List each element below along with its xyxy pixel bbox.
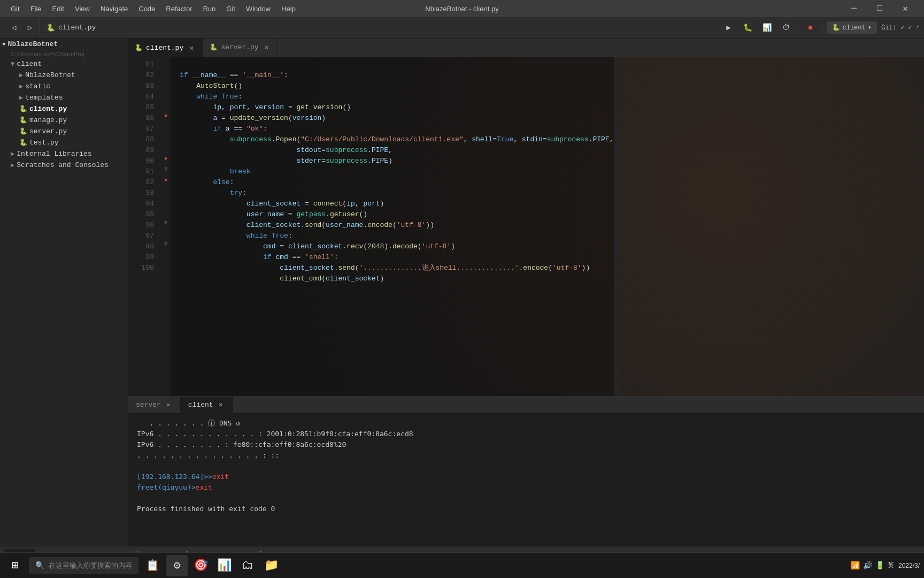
title-bar: Git File Edit View Navigate Code Refacto… — [0, 0, 924, 17]
sidebar-project-name: NblazeBotnet — [8, 40, 58, 48]
minimize-button[interactable]: ─ — [842, 0, 866, 17]
terminal-tab-server[interactable]: server ✕ — [128, 397, 181, 414]
menu-git2[interactable]: Git — [222, 3, 240, 15]
breadcrumb-path: client.py — [58, 24, 96, 32]
sidebar-label-static: static — [25, 82, 50, 90]
toolbar-forward-button[interactable]: ▷ — [22, 20, 37, 35]
tray-icons: 📶 🔊 🔋 英 — [851, 561, 894, 570]
terminal-line-blank2 — [137, 493, 915, 504]
terminal-server-label: server — [136, 401, 161, 409]
terminal-server-close[interactable]: ✕ — [164, 401, 173, 409]
menu-file[interactable]: File — [26, 3, 46, 15]
sidebar-label-templates: templates — [25, 94, 63, 102]
terminal-line-exit: Process finished with exit code 0 — [137, 504, 915, 514]
terminal-line-dns: . . . . . . . ⓘ DNS ↺ — [137, 418, 915, 429]
sidebar-item-scratches[interactable]: ▶ Scratches and Consoles — [0, 159, 128, 171]
menu-code[interactable]: Code — [134, 3, 159, 15]
menu-window[interactable]: Window — [242, 3, 275, 15]
window-controls: ─ □ ✕ — [842, 0, 918, 17]
sidebar: ▼ NblazeBotnet C:\Users\asus\PyCharmProj… — [0, 39, 128, 546]
sidebar-item-templates[interactable]: ▶ templates — [0, 92, 128, 103]
sidebar-label-manage-py: manage.py — [29, 116, 67, 124]
terminal-line-ipv6-1: IPv6 . . . . . . . . . . . . : 2001:0:28… — [137, 429, 915, 439]
tray-volume: 🔊 — [863, 561, 872, 570]
menu-run[interactable]: Run — [198, 3, 220, 15]
sidebar-item-internal-libraries[interactable]: ▶ Internal Libraries — [0, 148, 128, 159]
menu-git[interactable]: Git — [6, 3, 24, 15]
tray-lang: 英 — [888, 561, 894, 570]
toolbar: ◁ ▷ 🐍 client.py ▶ 🐛 📊 ⏱ ■ 🐍 client ▾ Git… — [0, 17, 924, 39]
window-title: NblazeBotnet - client.py — [425, 5, 498, 13]
tab-client-icon: 🐍 — [135, 44, 143, 52]
taskbar-app-pycharm[interactable]: ⚙ — [166, 555, 188, 576]
editor-area: 🐍 client.py ✕ 🐍 server.py ✕ 81 82 83 — [128, 39, 924, 546]
toolbar-run-button[interactable]: ▶ — [721, 20, 736, 35]
menu-edit[interactable]: Edit — [48, 3, 68, 15]
menu-refactor[interactable]: Refactor — [161, 3, 196, 15]
search-placeholder: 在这里输入你要搜索的内容 — [49, 561, 132, 571]
terminal-area: server ✕ client ✕ . . . . . . . ⓘ DNS ↺ … — [128, 396, 924, 546]
task-view-button[interactable]: 📋 — [142, 555, 163, 576]
taskbar-apps: ⚙ 🎯 📊 🗂 📁 — [166, 555, 282, 576]
taskbar-app-4[interactable]: 🗂 — [237, 555, 258, 576]
sidebar-item-test-py[interactable]: 🐍 test.py — [0, 137, 128, 148]
project-dropdown[interactable]: 🐍 client ▾ — [827, 21, 876, 34]
sidebar-label-scratches: Scratches and Consoles — [17, 161, 109, 169]
terminal-client-close[interactable]: ✕ — [217, 401, 225, 409]
sidebar-item-client[interactable]: ▼ client — [0, 58, 128, 70]
menu-bar: Git File Edit View Navigate Code Refacto… — [6, 3, 300, 15]
sidebar-label-server-py: server.py — [29, 127, 67, 135]
toolbar-debug-button[interactable]: 🐛 — [740, 20, 755, 35]
toolbar-coverage-button[interactable]: 📊 — [759, 20, 774, 35]
sidebar-label-client: client — [17, 60, 42, 68]
toolbar-profile-button[interactable]: ⏱ — [779, 20, 794, 35]
taskbar-app-3[interactable]: 📊 — [213, 555, 235, 576]
file-icon: 🐍 — [47, 24, 55, 32]
terminal-client-label: client — [188, 401, 213, 409]
tab-client-close[interactable]: ✕ — [187, 43, 196, 52]
sidebar-item-client-py[interactable]: 🐍 client.py — [0, 103, 128, 115]
code-content[interactable]: if __name__ == '__main__': AutoStart() w… — [171, 57, 614, 396]
terminal-line-cmd2: freet(qiuyuu)>exit — [137, 482, 915, 493]
menu-view[interactable]: View — [71, 3, 94, 15]
terminal-content[interactable]: . . . . . . . ⓘ DNS ↺ IPv6 . . . . . . .… — [128, 414, 924, 546]
taskbar-tray: 📶 🔊 🔋 英 2022/3/ — [851, 561, 920, 570]
menu-navigate[interactable]: Navigate — [96, 3, 132, 15]
taskbar-app-5[interactable]: 📁 — [260, 555, 282, 576]
sidebar-label-test-py: test.py — [29, 139, 59, 147]
terminal-line-blank1 — [137, 461, 915, 471]
sidebar-item-manage-py[interactable]: 🐍 manage.py — [0, 115, 128, 126]
maximize-button[interactable]: □ — [867, 0, 892, 17]
terminal-tab-client[interactable]: client ✕ — [181, 397, 233, 414]
tab-server-close[interactable]: ✕ — [261, 43, 271, 52]
sidebar-item-nblaze[interactable]: ▶ NblazeBotnet — [0, 70, 128, 81]
scrollbar[interactable] — [614, 57, 621, 396]
main-layout: ▼ NblazeBotnet C:\Users\asus\PyCharmProj… — [0, 39, 924, 546]
tab-client-label: client.py — [146, 44, 183, 52]
terminal-line-cmd1: [192.168.123.64]>>exit — [137, 471, 915, 482]
line-numbers: 81 82 83 84 85 86 87 88 89 90 91 92 93 9… — [128, 57, 160, 396]
toolbar-stop-button[interactable]: ■ — [803, 20, 818, 35]
sidebar-root[interactable]: ▼ NblazeBotnet — [0, 39, 128, 50]
code-editor[interactable]: 81 82 83 84 85 86 87 88 89 90 91 92 93 9… — [128, 57, 924, 396]
terminal-tabs: server ✕ client ✕ — [128, 397, 924, 414]
toolbar-nav-group: ◁ ▷ — [4, 20, 40, 35]
tab-server-label: server.py — [221, 43, 258, 51]
sidebar-label-internal-libraries: Internal Libraries — [17, 150, 91, 158]
search-bar[interactable]: 🔍 在这里输入你要搜索的内容 — [29, 557, 138, 574]
taskbar: ⊞ 🔍 在这里输入你要搜索的内容 📋 ⚙ 🎯 📊 🗂 📁 📶 🔊 🔋 英 202… — [0, 552, 924, 578]
sidebar-item-static[interactable]: ▶ static — [0, 81, 128, 92]
sidebar-project-path: C:\Users\asus\PyCharmProj — [0, 50, 128, 58]
sidebar-item-server-py[interactable]: 🐍 server.py — [0, 126, 128, 137]
close-button[interactable]: ✕ — [893, 0, 918, 17]
terminal-line-ipv6-2: IPv6 . . . . . . . . : fe80::cfa:eff0:8a… — [137, 439, 915, 450]
taskbar-app-2[interactable]: 🎯 — [190, 555, 211, 576]
tab-server-py[interactable]: 🐍 server.py ✕ — [203, 39, 278, 57]
gutter: ● ● ▽ ● ▽ ▽ — [160, 57, 171, 396]
start-button[interactable]: ⊞ — [4, 555, 26, 576]
tab-client-py[interactable]: 🐍 client.py ✕ — [128, 39, 203, 57]
tab-server-icon: 🐍 — [210, 43, 218, 51]
menu-help[interactable]: Help — [277, 3, 300, 15]
toolbar-back-button[interactable]: ◁ — [6, 20, 21, 35]
taskbar-clock[interactable]: 2022/3/ — [898, 562, 920, 569]
